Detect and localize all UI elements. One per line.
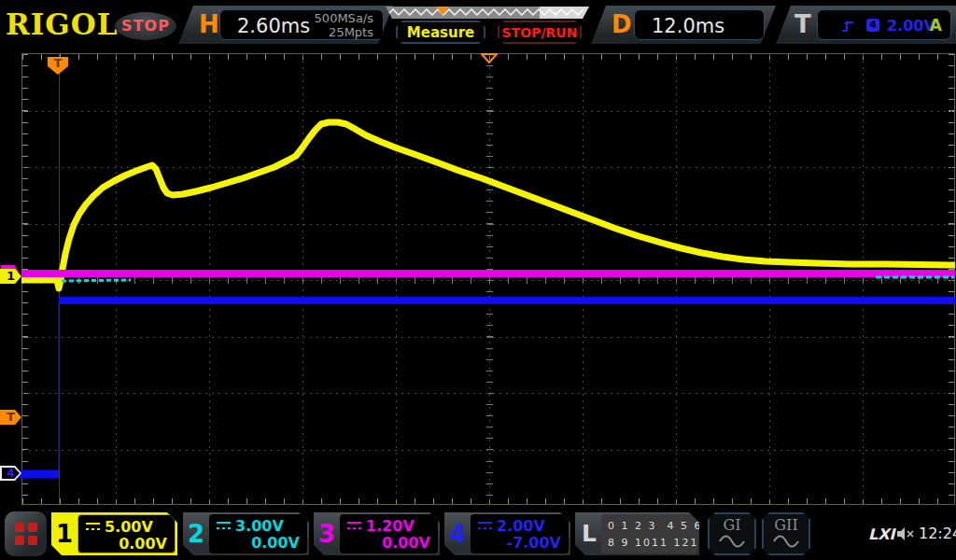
sine-wave-icon xyxy=(718,535,746,548)
ch1-scale: 5.00V xyxy=(105,518,153,536)
ch3-offset: 0.00V xyxy=(347,535,430,553)
preview-waveform-icon xyxy=(386,7,589,19)
trigger-mode: A xyxy=(930,16,942,35)
ch3-dc-coupling-icon xyxy=(347,522,361,530)
ch2-dc-coupling-icon xyxy=(217,522,231,530)
delay-panel[interactable]: D 12.0ms xyxy=(591,6,776,44)
ch4-offset: -7.00V xyxy=(478,535,561,553)
menu-grid-icon xyxy=(15,523,37,545)
ch2-scale: 3.00V xyxy=(235,517,284,535)
generator-2-button[interactable]: GII xyxy=(762,512,810,555)
gridline-vertical xyxy=(583,54,583,504)
top-status-bar: RIGOL STOP H 2.60ms 500MSa/s 25Mpts Meas… xyxy=(0,0,956,47)
logic-row-0-7: 0 1 2 3 4 5 6 7 xyxy=(608,518,697,535)
logic-row-8-15: 8 9 1011 12131415 xyxy=(608,535,697,552)
trigger-edge-icon xyxy=(840,19,855,34)
gridline-vertical xyxy=(676,54,677,504)
run-state-badge[interactable]: STOP xyxy=(115,12,176,40)
gridline-horizontal xyxy=(22,450,954,451)
horizontal-label: H xyxy=(199,6,219,44)
oscilloscope-screen: RIGOL STOP H 2.60ms 500MSa/s 25Mpts Meas… xyxy=(0,0,956,560)
gridline-vertical xyxy=(396,54,397,504)
ch4-position-marker[interactable]: 4 xyxy=(0,466,21,481)
delay-value: 12.0ms xyxy=(652,12,724,41)
trigger-label: T xyxy=(794,6,811,44)
delay-label: D xyxy=(612,6,632,44)
ch4-dc-coupling-icon xyxy=(478,522,492,530)
lxi-status: LXI xyxy=(868,525,894,543)
trigger-box[interactable]: 4 2.00V A xyxy=(817,9,951,40)
memory-preview-strip[interactable] xyxy=(386,7,589,19)
channel-4-badge[interactable]: 4 2.00V -7.00V xyxy=(444,512,570,555)
logic-analyzer-badge[interactable]: L 0 1 2 3 4 5 6 7 8 9 1011 12131415 xyxy=(575,512,699,555)
rigol-logo: RIGOL xyxy=(6,7,119,41)
clock: 12:24 xyxy=(919,525,956,542)
sample-rate: 500MSa/s xyxy=(315,12,373,25)
bottom-status-bar: 1 5.00V 0.00V 2 3.00V 0.00V 3 1.20V 0.00… xyxy=(0,509,956,560)
speaker-muted-icon[interactable] xyxy=(896,526,915,541)
gridline-horizontal xyxy=(22,111,954,112)
trigger-level-marker[interactable]: T xyxy=(0,410,21,425)
sine-wave-icon xyxy=(772,535,800,548)
channel-1-badge[interactable]: 1 5.00V 0.00V xyxy=(51,512,177,555)
gridline-horizontal xyxy=(22,337,954,338)
gridline-vertical xyxy=(302,54,303,504)
gridline-vertical xyxy=(489,54,490,504)
preview-trigger-marker-icon xyxy=(436,7,449,15)
trigger-source-badge: 4 xyxy=(866,19,879,32)
gridline-vertical xyxy=(209,54,210,504)
gridline-vertical xyxy=(769,54,770,504)
ch2-offset: 0.00V xyxy=(217,535,300,553)
trigger-level-value: 2.00V xyxy=(887,17,935,35)
measure-button[interactable]: Measure xyxy=(396,21,485,44)
ch1-dc-coupling-icon xyxy=(86,523,100,531)
generator-1-button[interactable]: GI xyxy=(708,512,756,555)
delay-position-indicator-icon xyxy=(481,53,498,63)
delay-box[interactable]: 12.0ms xyxy=(634,9,765,40)
channel-3-badge[interactable]: 3 1.20V 0.00V xyxy=(314,512,440,555)
memory-depth: 25Mpts xyxy=(329,26,373,39)
gridline-horizontal xyxy=(22,167,954,168)
stop-run-button[interactable]: STOP/RUN xyxy=(498,21,582,44)
timebase-value: 2.60ms xyxy=(237,12,310,41)
gridline-horizontal xyxy=(22,224,954,225)
ch4-scale: 2.00V xyxy=(497,517,545,535)
channel-2-badge[interactable]: 2 3.00V 0.00V xyxy=(183,512,309,555)
trigger-time-line xyxy=(59,54,60,504)
gridline-vertical xyxy=(863,54,864,504)
gridline-horizontal xyxy=(22,280,954,281)
gridline-horizontal xyxy=(22,393,954,394)
graticule[interactable] xyxy=(21,53,955,505)
trigger-panel[interactable]: T 4 2.00V A xyxy=(776,6,956,44)
menu-button[interactable] xyxy=(5,511,47,556)
horizontal-panel[interactable]: H 2.60ms 500MSa/s 25Mpts xyxy=(178,6,393,44)
ch1-offset: 0.00V xyxy=(86,536,167,554)
ch3-scale: 1.20V xyxy=(366,517,415,535)
gridline-vertical xyxy=(116,54,117,504)
timebase-box[interactable]: 2.60ms 500MSa/s 25Mpts xyxy=(219,9,384,40)
